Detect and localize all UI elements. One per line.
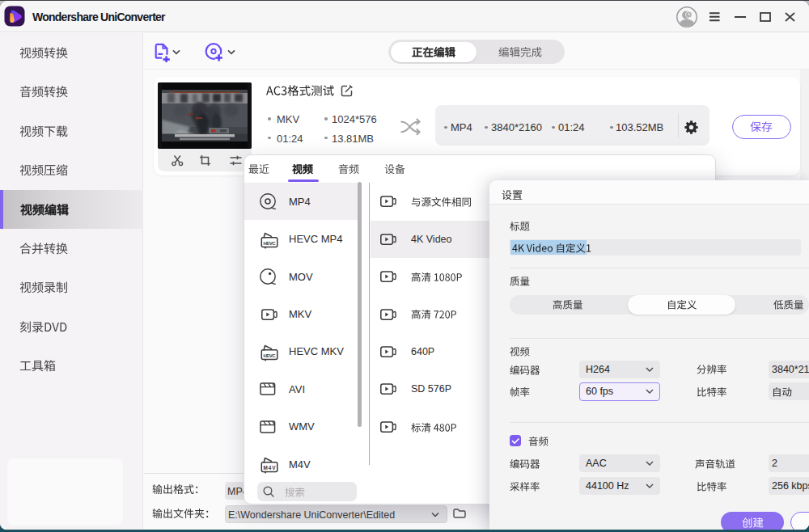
svg-text:HEVC: HEVC [264, 353, 277, 358]
svg-text:HEVC: HEVC [264, 241, 277, 246]
svg-text:M4V: M4V [264, 465, 277, 471]
